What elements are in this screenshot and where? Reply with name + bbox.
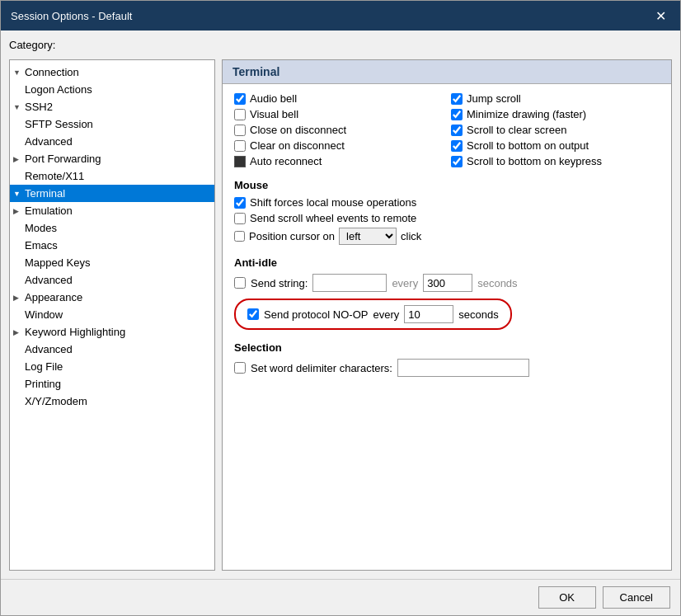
- check-visual-bell: Visual bell: [234, 108, 443, 120]
- cb-visual-bell[interactable]: [234, 109, 246, 120]
- sidebar-item-logon-actions[interactable]: Logon Actions: [10, 81, 214, 98]
- sidebar-item-sftp-session[interactable]: SFTP Session: [10, 115, 214, 133]
- sidebar-item-remote-x11[interactable]: Remote/X11: [10, 167, 214, 185]
- sidebar-item-connection[interactable]: ▼ Connection: [10, 63, 214, 81]
- label-xyz: X/Y/Zmodem: [25, 395, 87, 407]
- label-window: Window: [25, 308, 63, 321]
- noop-value-input[interactable]: [404, 305, 453, 323]
- label-mapped: Mapped Keys: [25, 256, 91, 269]
- cb-audio-bell[interactable]: [234, 93, 246, 105]
- label-word-delimiter: Set word delimiter characters:: [251, 362, 392, 374]
- session-options-dialog: Session Options - Default ✕ Category: ▼ …: [0, 0, 681, 616]
- word-delimiter-row: Set word delimiter characters:: [234, 359, 660, 377]
- cb-send-string[interactable]: [234, 277, 246, 289]
- cb-close-disconnect[interactable]: [234, 125, 246, 136]
- dialog-title: Session Options - Default: [11, 10, 132, 22]
- sidebar-item-emulation[interactable]: ▶ Emulation: [10, 202, 214, 219]
- mouse-section: Mouse Shift forces local mouse operation…: [234, 179, 660, 245]
- label-logon: Logon Actions: [25, 83, 92, 96]
- sidebar-item-advanced-term[interactable]: Advanced: [10, 271, 214, 289]
- sidebar-item-ssh2[interactable]: ▼ SSH2: [10, 98, 214, 115]
- sidebar-item-window[interactable]: Window: [10, 306, 214, 323]
- label-port-fwd: Port Forwarding: [25, 153, 101, 165]
- checkbox-col2: Jump scroll Minimize drawing (faster) Sc…: [451, 92, 660, 167]
- cb-shift-forces-local[interactable]: [234, 197, 246, 209]
- sidebar-item-appearance[interactable]: ▶ Appearance: [10, 289, 214, 306]
- label-jump-scroll: Jump scroll: [467, 92, 521, 105]
- mouse-shift-row: Shift forces local mouse operations: [234, 196, 660, 209]
- close-button[interactable]: ✕: [650, 6, 670, 26]
- label-noop: Send protocol NO-OP: [264, 308, 368, 321]
- cb-minimize-drawing[interactable]: [451, 109, 463, 120]
- seconds-label-1: seconds: [477, 277, 517, 289]
- sidebar-item-advanced-ssh[interactable]: Advanced: [10, 133, 214, 150]
- cb-scroll-clear[interactable]: [451, 125, 463, 136]
- label-scroll-bottom-kp: Scroll to bottom on keypress: [467, 155, 602, 167]
- every-label-2: every: [373, 308, 399, 321]
- main-content: ▼ Connection Logon Actions ▼ SSH2: [9, 59, 672, 571]
- sidebar-item-log-file[interactable]: Log File: [10, 358, 214, 375]
- cb-clear-disconnect[interactable]: [234, 140, 246, 152]
- cb-position-cursor[interactable]: [234, 231, 245, 242]
- label-shift-forces: Shift forces local mouse operations: [250, 196, 416, 209]
- label-printing: Printing: [25, 378, 61, 390]
- sidebar-item-port-forwarding[interactable]: ▶ Port Forwarding: [10, 150, 214, 167]
- arrow-ssh2: ▼: [13, 103, 25, 111]
- label-emacs: Emacs: [25, 239, 58, 252]
- sidebar-item-modes[interactable]: Modes: [10, 219, 214, 237]
- panel-content: Audio bell Visual bell Close on disconne…: [223, 84, 671, 570]
- label-advanced-ssh: Advanced: [25, 135, 73, 148]
- cb-noop[interactable]: [247, 308, 259, 320]
- sidebar-item-keyword-highlighting[interactable]: ▶ Keyword Highlighting: [10, 323, 214, 341]
- label-clear-disconnect: Clear on disconnect: [250, 139, 345, 152]
- label-adv-kw: Advanced: [25, 343, 73, 355]
- cb-word-delimiter[interactable]: [234, 362, 246, 374]
- anti-idle-title: Anti-idle: [234, 256, 660, 269]
- label-minimize-drawing: Minimize drawing (faster): [467, 108, 586, 120]
- word-delimiter-input[interactable]: [397, 359, 529, 377]
- position-cursor-select[interactable]: left right: [339, 228, 397, 245]
- check-clear-disconnect: Clear on disconnect: [234, 139, 443, 152]
- label-send-string: Send string:: [251, 277, 308, 289]
- checkbox-col1: Audio bell Visual bell Close on disconne…: [234, 92, 443, 167]
- ok-button[interactable]: OK: [538, 586, 596, 609]
- every-label-1: every: [392, 277, 418, 289]
- sidebar-item-advanced-kw[interactable]: Advanced: [10, 341, 214, 358]
- arrow-keyword: ▶: [13, 328, 25, 336]
- label-appearance: Appearance: [25, 291, 82, 303]
- label-scroll-bottom-out: Scroll to bottom on output: [467, 139, 589, 152]
- label-click: click: [401, 230, 421, 242]
- mouse-scroll-wheel-row: Send scroll wheel events to remote: [234, 212, 660, 224]
- label-connection: Connection: [25, 66, 79, 78]
- label-remote-x11: Remote/X11: [25, 170, 84, 182]
- cb-scroll-bottom-kp[interactable]: [451, 156, 463, 167]
- selection-title: Selection: [234, 341, 660, 354]
- sidebar-item-mapped-keys[interactable]: Mapped Keys: [10, 254, 214, 271]
- check-scroll-bottom-output: Scroll to bottom on output: [451, 139, 660, 152]
- cb-jump-scroll[interactable]: [451, 93, 463, 105]
- arrow-terminal: ▼: [13, 190, 25, 198]
- position-cursor-row: Position cursor on left right click: [234, 228, 660, 245]
- check-scroll-bottom-keypress: Scroll to bottom on keypress: [451, 155, 660, 167]
- every-value-input[interactable]: [423, 274, 472, 292]
- label-emulation: Emulation: [25, 205, 73, 217]
- check-minimize-drawing: Minimize drawing (faster): [451, 108, 660, 120]
- anti-idle-section: Anti-idle Send string: every seconds: [234, 256, 660, 330]
- label-close-disconnect: Close on disconnect: [250, 124, 346, 136]
- cb-auto-reconnect[interactable]: [234, 156, 246, 167]
- sidebar-item-emacs[interactable]: Emacs: [10, 237, 214, 254]
- cb-scroll-bottom-out[interactable]: [451, 140, 463, 152]
- arrow-connection: ▼: [13, 68, 25, 77]
- send-string-row: Send string: every seconds: [234, 274, 660, 292]
- dialog-footer: OK Cancel: [1, 579, 680, 615]
- label-log: Log File: [25, 360, 63, 373]
- send-string-input[interactable]: [312, 274, 387, 292]
- sidebar-item-terminal[interactable]: ▼ Terminal: [10, 185, 214, 202]
- sidebar-item-printing[interactable]: Printing: [10, 375, 214, 393]
- sidebar-item-xyzmodem[interactable]: X/Y/Zmodem: [10, 393, 214, 410]
- mouse-title: Mouse: [234, 179, 660, 191]
- cb-send-scroll-wheel[interactable]: [234, 213, 246, 224]
- label-ssh2: SSH2: [25, 101, 53, 113]
- cancel-button[interactable]: Cancel: [603, 586, 670, 609]
- panel-title: Terminal: [223, 60, 671, 84]
